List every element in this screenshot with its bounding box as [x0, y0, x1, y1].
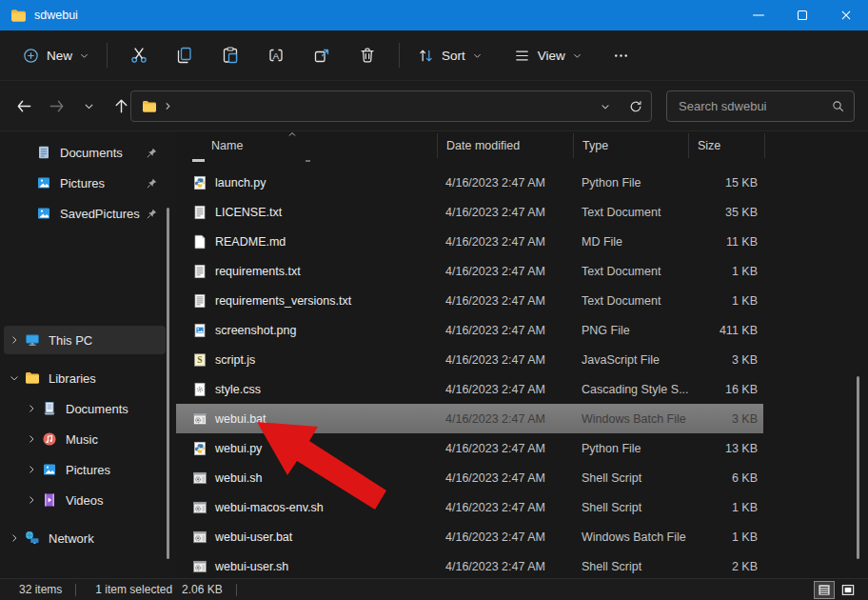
file-row-script.js[interactable]: Sscript.js4/16/2023 2:47 AMJavaScript Fi… — [176, 345, 763, 374]
refresh-button[interactable] — [621, 91, 651, 121]
sidebar-item-pictures[interactable]: Pictures — [4, 455, 166, 484]
sidebar-item-label: Documents — [60, 146, 123, 160]
view-button[interactable]: View — [504, 40, 591, 71]
sidebar-item-pictures[interactable]: Pictures — [4, 169, 166, 197]
back-button[interactable] — [8, 90, 40, 122]
recent-locations-chevron[interactable] — [72, 90, 105, 122]
file-row-README.md[interactable]: README.md4/16/2023 2:47 AMMD File11 KB — [176, 227, 763, 256]
paste-icon — [221, 46, 240, 65]
sidebar-item-documents[interactable]: Documents — [4, 138, 166, 167]
file-name: webui-user.bat — [215, 530, 292, 544]
toolbar-divider — [399, 43, 400, 68]
file-date: 4/16/2023 2:47 AM — [437, 353, 573, 367]
new-button-label: New — [47, 49, 72, 63]
file-row-screenshot.png[interactable]: screenshot.png4/16/2023 2:47 AMPNG File4… — [176, 315, 763, 345]
copy-button[interactable] — [162, 39, 207, 71]
details-view-button[interactable] — [814, 581, 835, 599]
sidebar-item-label: Pictures — [66, 463, 110, 477]
more-options-button[interactable] — [599, 40, 643, 71]
file-row-LICENSE.txt[interactable]: LICENSE.txt4/16/2023 2:47 AMText Documen… — [176, 197, 763, 227]
file-row-webui-macos-env.sh[interactable]: webui-macos-env.sh4/16/2023 2:47 AMShell… — [176, 492, 763, 522]
rename-button[interactable]: A — [253, 39, 299, 71]
file-name: screenshot.png — [215, 324, 296, 337]
sort-icon — [417, 47, 435, 65]
file-row-requirements.txt[interactable]: requirements.txt4/16/2023 2:47 AMText Do… — [176, 256, 763, 286]
sidebar-item-this-pc[interactable]: This PC — [4, 326, 166, 354]
view-button-label: View — [538, 49, 565, 63]
file-row-webui.py[interactable]: webui.py4/16/2023 2:47 AMPython File13 K… — [176, 433, 763, 463]
column-header-name[interactable]: Name — [176, 133, 437, 158]
file-type: Python File — [573, 176, 688, 190]
file-type: Windows Batch File — [573, 412, 688, 426]
file-name-cell: requirements_versions.txt — [176, 293, 437, 309]
cut-button[interactable] — [116, 39, 162, 71]
file-row-launch.py[interactable]: launch.py4/16/2023 2:47 AMPython File15 … — [176, 168, 763, 197]
file-name: webui.py — [215, 442, 262, 455]
paste-button[interactable] — [207, 39, 253, 71]
file-type: Shell Script — [573, 471, 688, 485]
sidebar-item-label: This PC — [49, 333, 92, 348]
breadcrumb-chevron-icon[interactable] — [163, 101, 173, 111]
md-file-icon — [192, 234, 207, 250]
file-row-webui.bat[interactable]: webui.bat4/16/2023 2:47 AMWindows Batch … — [176, 404, 763, 433]
file-name: style.css — [215, 383, 261, 396]
sort-button[interactable]: Sort — [408, 40, 491, 71]
sidebar-item-network[interactable]: Network — [4, 524, 166, 552]
file-row-webui-user.bat[interactable]: webui-user.bat4/16/2023 2:47 AMWindows B… — [176, 522, 763, 551]
chevron-right-icon[interactable] — [21, 494, 42, 506]
file-name-cell: webui.bat — [176, 411, 437, 427]
address-dropdown-chevron[interactable] — [590, 91, 621, 121]
maximize-button[interactable] — [780, 0, 824, 30]
column-header-type[interactable]: Type — [573, 133, 688, 158]
file-row-webui-user.sh[interactable]: webui-user.sh4/16/2023 2:47 AMShell Scri… — [176, 551, 763, 581]
share-button[interactable] — [299, 39, 345, 71]
items-count: 32 items — [19, 583, 62, 596]
forward-button[interactable] — [40, 90, 72, 122]
chevron-right-icon[interactable] — [4, 334, 25, 346]
minimize-button[interactable] — [737, 0, 780, 30]
search-input[interactable] — [667, 99, 821, 113]
file-type: PNG File — [573, 324, 688, 337]
sidebar-item-label: Libraries — [49, 371, 96, 386]
shell-file-icon — [192, 559, 207, 574]
file-list-scrollbar[interactable] — [857, 376, 859, 559]
file-row-webui.sh[interactable]: webui.sh4/16/2023 2:47 AMShell Script6 K… — [176, 463, 763, 492]
chevron-right-icon[interactable] — [21, 464, 42, 475]
address-bar[interactable] — [130, 90, 652, 122]
file-type: JavaScript File — [573, 353, 688, 367]
title-bar: sdwebui — [0, 0, 868, 30]
toolbar-divider — [107, 43, 108, 68]
delete-button[interactable] — [345, 39, 390, 71]
sidebar-item-savedpictures[interactable]: SavedPictures — [4, 199, 166, 228]
file-size: 11 KB — [688, 235, 763, 249]
file-size: 16 KB — [688, 383, 763, 396]
css-file-icon — [192, 382, 207, 397]
sidebar-item-videos[interactable]: Videos — [4, 486, 166, 514]
python-file-icon — [192, 175, 207, 190]
file-name: LICENSE.txt — [215, 206, 282, 219]
file-name-cell: webui.py — [176, 441, 437, 456]
sidebar-item-music[interactable]: Music — [4, 425, 166, 453]
sort-button-label: Sort — [442, 49, 465, 63]
column-header-date-modified[interactable]: Date modified — [437, 133, 573, 158]
sidebar-item-documents[interactable]: Documents — [4, 394, 166, 423]
file-type: Text Document — [573, 294, 688, 308]
pin-icon — [146, 208, 158, 220]
search-icon[interactable] — [821, 91, 854, 121]
file-row-style.css[interactable]: style.css4/16/2023 2:47 AMCascading Styl… — [176, 374, 763, 404]
sidebar-scrollbar[interactable] — [167, 208, 169, 559]
sidebar-item-libraries[interactable]: Libraries — [4, 364, 166, 392]
copy-icon — [175, 46, 194, 65]
sidebar-item-label: Pictures — [60, 176, 105, 190]
file-row-requirements_versions.txt[interactable]: requirements_versions.txt4/16/2023 2:47 … — [176, 286, 763, 315]
file-size: 6 KB — [688, 471, 763, 485]
large-icons-view-button[interactable] — [838, 581, 858, 599]
close-button[interactable] — [824, 0, 868, 30]
chevron-right-icon[interactable] — [21, 403, 42, 414]
chevron-down-icon[interactable] — [4, 372, 25, 384]
new-button[interactable]: New — [13, 40, 98, 71]
chevron-right-icon[interactable] — [21, 433, 42, 445]
chevron-right-icon[interactable] — [4, 532, 25, 544]
file-name: webui-user.sh — [215, 560, 288, 573]
column-header-size[interactable]: Size — [688, 133, 765, 158]
